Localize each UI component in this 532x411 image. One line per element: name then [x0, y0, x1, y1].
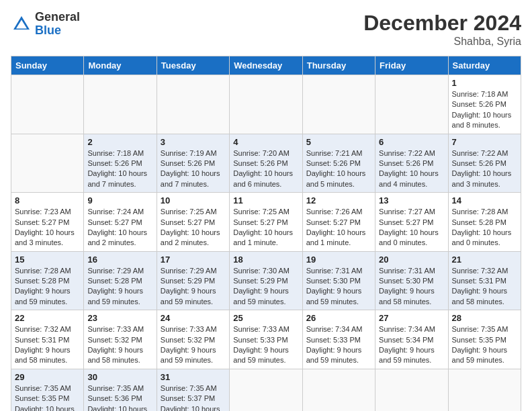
- day-info: Sunrise: 7:29 AMSunset: 5:28 PMDaylight:…: [87, 266, 152, 308]
- calendar-day: 12Sunrise: 7:26 AMSunset: 5:27 PMDayligh…: [302, 193, 375, 252]
- day-info: Sunrise: 7:35 AMSunset: 5:35 PMDaylight:…: [452, 324, 517, 366]
- calendar-day: 14Sunrise: 7:28 AMSunset: 5:28 PMDayligh…: [448, 193, 521, 252]
- day-number: 24: [161, 313, 226, 323]
- day-number: 26: [306, 313, 371, 323]
- day-info: Sunrise: 7:33 AMSunset: 5:32 PMDaylight:…: [161, 324, 226, 366]
- calendar-day: 17Sunrise: 7:29 AMSunset: 5:29 PMDayligh…: [157, 251, 229, 310]
- calendar-day: 2Sunrise: 7:18 AMSunset: 5:26 PMDaylight…: [84, 134, 157, 193]
- calendar-day: 31Sunrise: 7:35 AMSunset: 5:37 PMDayligh…: [157, 369, 229, 411]
- day-info: Sunrise: 7:22 AMSunset: 5:26 PMDaylight:…: [452, 148, 517, 190]
- day-info: Sunrise: 7:18 AMSunset: 5:26 PMDaylight:…: [87, 148, 152, 190]
- day-number: 19: [306, 255, 371, 265]
- day-info: Sunrise: 7:25 AMSunset: 5:27 PMDaylight:…: [161, 207, 226, 248]
- empty-cell: [11, 75, 84, 134]
- day-number: 4: [233, 137, 298, 147]
- day-number: 27: [379, 313, 444, 323]
- day-number: 2: [87, 137, 152, 147]
- calendar-header-row: SundayMondayTuesdayWednesdayThursdayFrid…: [11, 56, 521, 75]
- day-of-week-header: Tuesday: [157, 56, 229, 75]
- logo: General Blue: [11, 11, 80, 38]
- day-number: 17: [161, 255, 226, 265]
- calendar-day: 8Sunrise: 7:23 AMSunset: 5:27 PMDaylight…: [11, 193, 84, 252]
- logo-blue: Blue: [35, 24, 80, 38]
- logo-general: General: [35, 11, 80, 24]
- day-number: 14: [452, 195, 517, 205]
- day-info: Sunrise: 7:27 AMSunset: 5:27 PMDaylight:…: [379, 207, 444, 248]
- empty-cell: [84, 75, 157, 134]
- calendar-day: 26Sunrise: 7:34 AMSunset: 5:33 PMDayligh…: [302, 310, 375, 369]
- day-info: Sunrise: 7:32 AMSunset: 5:31 PMDaylight:…: [452, 266, 517, 308]
- empty-cell: [375, 369, 448, 411]
- empty-cell: [375, 75, 448, 134]
- calendar-day: 24Sunrise: 7:33 AMSunset: 5:32 PMDayligh…: [157, 310, 229, 369]
- day-info: Sunrise: 7:35 AMSunset: 5:36 PMDaylight:…: [87, 383, 152, 411]
- calendar-day: 22Sunrise: 7:32 AMSunset: 5:31 PMDayligh…: [11, 310, 84, 369]
- day-info: Sunrise: 7:23 AMSunset: 5:27 PMDaylight:…: [15, 207, 80, 248]
- day-of-week-header: Wednesday: [230, 56, 302, 75]
- day-number: 3: [161, 137, 226, 147]
- day-number: 31: [161, 372, 226, 382]
- day-info: Sunrise: 7:31 AMSunset: 5:30 PMDaylight:…: [379, 266, 444, 308]
- day-of-week-header: Monday: [84, 56, 157, 75]
- day-of-week-header: Friday: [375, 56, 448, 75]
- day-info: Sunrise: 7:35 AMSunset: 5:35 PMDaylight:…: [15, 383, 80, 411]
- day-info: Sunrise: 7:18 AMSunset: 5:26 PMDaylight:…: [452, 89, 517, 131]
- calendar-day: 15Sunrise: 7:28 AMSunset: 5:28 PMDayligh…: [11, 251, 84, 310]
- empty-cell: [157, 75, 229, 134]
- day-number: 5: [306, 137, 371, 147]
- day-number: 28: [452, 313, 517, 323]
- calendar-day: 16Sunrise: 7:29 AMSunset: 5:28 PMDayligh…: [84, 251, 157, 310]
- day-number: 30: [87, 372, 152, 382]
- day-info: Sunrise: 7:31 AMSunset: 5:30 PMDaylight:…: [306, 266, 371, 308]
- day-of-week-header: Thursday: [302, 56, 375, 75]
- empty-cell: [302, 75, 375, 134]
- day-info: Sunrise: 7:30 AMSunset: 5:29 PMDaylight:…: [233, 266, 298, 308]
- day-info: Sunrise: 7:32 AMSunset: 5:31 PMDaylight:…: [15, 324, 80, 366]
- day-number: 11: [233, 195, 298, 205]
- day-number: 9: [87, 195, 152, 205]
- calendar-day: 19Sunrise: 7:31 AMSunset: 5:30 PMDayligh…: [302, 251, 375, 310]
- calendar-day: 25Sunrise: 7:33 AMSunset: 5:33 PMDayligh…: [230, 310, 302, 369]
- day-info: Sunrise: 7:33 AMSunset: 5:32 PMDaylight:…: [87, 324, 152, 366]
- empty-cell: [230, 369, 302, 411]
- calendar-day: 13Sunrise: 7:27 AMSunset: 5:27 PMDayligh…: [375, 193, 448, 252]
- day-number: 25: [233, 313, 298, 323]
- empty-cell: [11, 134, 84, 193]
- day-info: Sunrise: 7:25 AMSunset: 5:27 PMDaylight:…: [233, 207, 298, 248]
- calendar-day: 28Sunrise: 7:35 AMSunset: 5:35 PMDayligh…: [448, 310, 521, 369]
- day-number: 8: [15, 195, 80, 205]
- calendar-day: 20Sunrise: 7:31 AMSunset: 5:30 PMDayligh…: [375, 251, 448, 310]
- calendar-day: 21Sunrise: 7:32 AMSunset: 5:31 PMDayligh…: [448, 251, 521, 310]
- day-number: 12: [306, 195, 371, 205]
- day-info: Sunrise: 7:22 AMSunset: 5:26 PMDaylight:…: [379, 148, 444, 190]
- logo-text: General Blue: [35, 11, 80, 38]
- day-number: 18: [233, 255, 298, 265]
- day-number: 1: [452, 78, 517, 88]
- day-of-week-header: Saturday: [448, 56, 521, 75]
- calendar-day: 27Sunrise: 7:34 AMSunset: 5:34 PMDayligh…: [375, 310, 448, 369]
- day-number: 23: [87, 313, 152, 323]
- day-info: Sunrise: 7:29 AMSunset: 5:29 PMDaylight:…: [161, 266, 226, 308]
- day-of-week-header: Sunday: [11, 56, 84, 75]
- day-number: 15: [15, 255, 80, 265]
- logo-icon: [11, 13, 32, 35]
- calendar-day: 23Sunrise: 7:33 AMSunset: 5:32 PMDayligh…: [84, 310, 157, 369]
- calendar-day: 4Sunrise: 7:20 AMSunset: 5:26 PMDaylight…: [230, 134, 302, 193]
- day-number: 29: [15, 372, 80, 382]
- day-number: 16: [87, 255, 152, 265]
- location-label: Shahba, Syria: [363, 36, 521, 48]
- day-info: Sunrise: 7:21 AMSunset: 5:26 PMDaylight:…: [306, 148, 371, 190]
- day-info: Sunrise: 7:33 AMSunset: 5:33 PMDaylight:…: [233, 324, 298, 366]
- calendar-day: 6Sunrise: 7:22 AMSunset: 5:26 PMDaylight…: [375, 134, 448, 193]
- month-year-title: December 2024: [363, 11, 521, 36]
- day-info: Sunrise: 7:19 AMSunset: 5:26 PMDaylight:…: [161, 148, 226, 190]
- empty-cell: [230, 75, 302, 134]
- calendar-table: SundayMondayTuesdayWednesdayThursdayFrid…: [11, 56, 521, 411]
- calendar-day: 30Sunrise: 7:35 AMSunset: 5:36 PMDayligh…: [84, 369, 157, 411]
- empty-cell: [302, 369, 375, 411]
- day-info: Sunrise: 7:34 AMSunset: 5:34 PMDaylight:…: [379, 324, 444, 366]
- title-block: December 2024 Shahba, Syria: [363, 11, 521, 48]
- day-number: 20: [379, 255, 444, 265]
- day-info: Sunrise: 7:24 AMSunset: 5:27 PMDaylight:…: [87, 207, 152, 248]
- day-number: 6: [379, 137, 444, 147]
